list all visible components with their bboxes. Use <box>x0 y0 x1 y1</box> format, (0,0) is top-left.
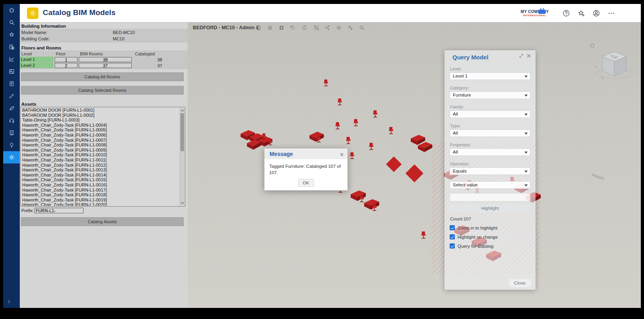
list-item[interactable]: Haworth_Chair_Zody-Task [FURN-L1-0012] <box>21 163 179 168</box>
expand-panel-icon[interactable] <box>519 53 524 58</box>
list-item[interactable]: Haworth_Chair_Zody-Task [FURN-L1-0011] <box>21 158 179 163</box>
dialog-close-icon[interactable] <box>340 151 344 158</box>
floor-input[interactable] <box>55 57 78 62</box>
chart-icon <box>8 56 15 63</box>
sidebar-item-documents[interactable] <box>3 78 20 90</box>
list-item[interactable]: Haworth_Chair_Zody-Task [FURN-L1-0014] <box>21 173 179 178</box>
floor-input[interactable] <box>55 63 78 68</box>
model-viewer[interactable]: TOP FRONT RIGHT S W BEDFORD - MC10 - Adm… <box>188 23 641 308</box>
assets-scrollbar[interactable] <box>180 108 184 206</box>
checkbox-row[interactable]: Query for Catalog <box>450 243 530 249</box>
views-grid-icon[interactable] <box>278 25 285 31</box>
help-icon[interactable] <box>562 9 570 17</box>
share-icon[interactable] <box>324 25 331 31</box>
properties-select[interactable]: All <box>450 148 530 156</box>
bim-rooms-input[interactable] <box>79 63 132 68</box>
building-information-title: Building Information <box>20 23 188 29</box>
prefix-input[interactable] <box>34 208 84 213</box>
list-item[interactable]: Haworth_Chair_Zody-Task [FURN-L1-0017] <box>21 188 179 193</box>
checkbox-checked-icon[interactable] <box>450 234 455 239</box>
highlight-button[interactable]: Highlight <box>450 205 530 212</box>
value-select[interactable]: Select value <box>450 181 530 189</box>
sidebar-item-floor-plan[interactable] <box>3 65 20 78</box>
checkbox-row[interactable]: Highlight on change <box>450 234 530 239</box>
assets-listbox[interactable]: BATHROOM DOOR [FURN-L1-0001]BATHROOM DOO… <box>20 107 185 207</box>
search-icon <box>8 19 15 26</box>
model-icon[interactable] <box>255 25 262 31</box>
catalog-selected-rooms-button[interactable]: Catalog Selected Rooms <box>21 86 184 95</box>
query-options: Zoom in to highlight Highlight on change… <box>450 225 530 249</box>
sidebar-expand-button[interactable] <box>3 297 20 306</box>
catalog-all-rooms-button[interactable]: Catalog All Rooms <box>21 72 184 81</box>
model-name-value: BED-MC10 <box>113 29 135 36</box>
list-item[interactable]: Haworth_Chair_Zody-Task [FURN-L1-0018] <box>21 192 179 197</box>
level-cell[interactable]: Level 1 <box>20 57 53 63</box>
list-item[interactable]: Haworth_Chair_Zody-Task [FURN-L1-0013] <box>21 167 179 173</box>
sidebar-item-performance[interactable] <box>3 53 20 65</box>
compass-south-label[interactable]: S <box>601 75 604 80</box>
dialog-header[interactable]: Message <box>264 148 348 159</box>
checkbox-checked-icon[interactable] <box>450 243 455 249</box>
sidebar-item-search[interactable] <box>3 16 20 28</box>
value-input[interactable] <box>450 193 530 201</box>
home-view-button[interactable] <box>589 42 596 50</box>
family-select[interactable]: All <box>450 110 530 118</box>
sidebar-item-building-report[interactable] <box>3 41 20 53</box>
close-button[interactable]: Close <box>509 279 531 287</box>
gears-icon[interactable] <box>347 25 353 31</box>
refresh-icon[interactable] <box>301 25 308 31</box>
list-item[interactable]: Haworth_Chair_Zody-Task [FURN-L1-0007] <box>21 138 179 143</box>
scroll-up-icon[interactable] <box>181 109 184 111</box>
tag-icon[interactable] <box>290 25 296 31</box>
sidebar-item-support[interactable] <box>3 114 20 127</box>
close-panel-icon[interactable] <box>526 53 531 58</box>
level-cell[interactable]: Level 2 <box>20 63 53 68</box>
table-row[interactable]: Level 1 38 <box>20 57 188 63</box>
type-select[interactable]: All <box>450 129 530 137</box>
compass-west-label[interactable]: W <box>594 65 598 69</box>
layers-icon[interactable] <box>267 25 273 31</box>
level-select[interactable]: Level 1 <box>450 72 530 80</box>
list-item[interactable]: Haworth_Chair_Zody-Task [FURN-L1-0015] <box>21 177 179 182</box>
scroll-down-icon[interactable] <box>181 202 184 204</box>
table-row[interactable]: Level 2 37 <box>20 63 188 68</box>
checkbox-label: Highlight on change <box>458 235 498 239</box>
more-options-icon[interactable] <box>607 9 616 17</box>
star-add-icon[interactable] <box>577 9 585 17</box>
catalog-assets-button[interactable]: Catalog Assets <box>21 217 184 226</box>
list-item[interactable]: Haworth_Chair_Zody-Task [FURN-L1-0006] <box>21 133 179 138</box>
list-item[interactable]: Haworth_Chair_Zody-Task [FURN-L1-0005] <box>21 127 179 133</box>
sidebar-item-home[interactable] <box>3 4 20 16</box>
cataloged-cell: 37 <box>132 63 188 68</box>
list-item[interactable]: Haworth_Chair_Zody-Task [FURN-L1-0008] <box>21 142 179 148</box>
app-logo-tile <box>27 8 38 19</box>
sidebar-item-insights[interactable] <box>3 139 20 151</box>
list-item[interactable]: Haworth_Chair_Zody-Task [FURN-L1-0016] <box>21 182 179 188</box>
systems-icon[interactable] <box>313 25 319 31</box>
list-item[interactable]: Haworth_Chair_Zody-Task [FURN-L1-0004] <box>21 123 179 128</box>
sidebar-item-markup[interactable] <box>3 90 20 102</box>
sidebar-item-facility[interactable] <box>3 127 20 139</box>
viewer-header: BEDFORD - MC10 - Admin 4 <box>188 23 641 34</box>
list-item[interactable]: Haworth_Chair_Zody-Task [FURN-L1-0020] <box>21 202 179 206</box>
category-select[interactable]: Furniture <box>450 91 530 99</box>
list-item[interactable]: Haworth_Chair_Zody-Task [FURN-L1-0009] <box>21 148 179 153</box>
bim-rooms-input[interactable] <box>79 57 132 62</box>
search-icon[interactable] <box>359 25 365 31</box>
checkbox-row[interactable]: Zoom in to highlight <box>450 225 530 230</box>
settings-gear-icon[interactable] <box>336 25 342 31</box>
list-item[interactable]: Haworth_Chair_Zody-Task [FURN-L1-0010] <box>21 152 179 158</box>
list-item[interactable]: BATHROOM DOOR [FURN-L1-0001] <box>21 108 179 113</box>
account-icon[interactable] <box>592 9 600 17</box>
list-item[interactable]: BATHROOM DOOR [FURN-L1-0002] <box>21 113 179 118</box>
checkbox-checked-icon[interactable] <box>450 225 455 230</box>
ok-button[interactable]: OK <box>298 179 314 187</box>
sidebar-item-sustainability[interactable] <box>3 102 20 114</box>
operator-select[interactable]: Equals <box>450 167 530 175</box>
cube-face-front[interactable]: FRONT <box>591 173 604 181</box>
sidebar-item-favorites[interactable] <box>3 28 20 41</box>
scrollbar-thumb[interactable] <box>180 113 184 151</box>
list-item[interactable]: Haworth_Chair_Zody-Task [FURN-L1-0019] <box>21 197 179 203</box>
list-item[interactable]: Table-Dining [FURN-L1-0003] <box>21 118 179 123</box>
sidebar-item-settings-active[interactable] <box>3 151 20 163</box>
